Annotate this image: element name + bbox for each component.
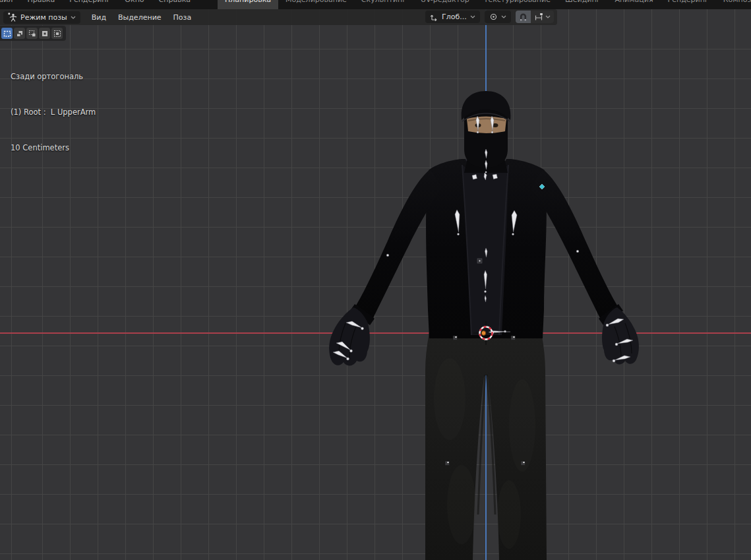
snap-toggle-button[interactable] <box>516 11 531 23</box>
scene-render <box>0 0 751 560</box>
chevron-down-icon <box>71 16 76 19</box>
character-model[interactable] <box>329 91 639 560</box>
grid-scale-label: 10 Centimeters <box>11 142 96 154</box>
select-mode-intersect-button[interactable] <box>51 28 63 39</box>
orientation-label: Глоб... <box>442 13 467 21</box>
select-mode-extend-button[interactable] <box>14 28 25 39</box>
tab-modeling[interactable]: Моделирование <box>278 0 354 9</box>
snap-increment-icon <box>534 13 543 22</box>
topbar: Файл Правка Рендеринг Окно Справка Плани… <box>0 0 751 9</box>
tab-compositing[interactable]: Композитинг <box>716 0 751 9</box>
blender-window: Файл Правка Рендеринг Окно Справка Плани… <box>0 0 751 560</box>
menu-edit[interactable]: Правка <box>20 0 62 9</box>
select-subtract-icon <box>28 30 36 38</box>
transform-controls: Глоб... <box>425 11 554 23</box>
orientation-dropdown[interactable]: Глоб... <box>425 11 480 23</box>
snap-target-dropdown[interactable] <box>531 11 554 23</box>
menu-view[interactable]: Вид <box>86 13 112 22</box>
menu-window[interactable]: Окно <box>117 0 151 9</box>
chevron-down-icon <box>470 15 475 18</box>
magnet-icon <box>518 12 528 22</box>
tab-shading[interactable]: Шейдинг <box>558 0 607 9</box>
select-mode-subtract-button[interactable] <box>26 28 38 39</box>
tab-texture-paint[interactable]: Текстурирование <box>477 0 558 9</box>
menu-help[interactable]: Справка <box>152 0 198 9</box>
mode-label: Режим позы <box>20 13 67 22</box>
viewport-overlay-text: Сзади ортогональ (1) Root : L UpperArm 1… <box>11 47 96 177</box>
select-mode-strip <box>0 26 66 41</box>
workspace-tabs: Планировка Моделирование Скульптинг UV-р… <box>218 0 751 9</box>
pivot-point-icon <box>489 13 498 21</box>
tab-layout[interactable]: Планировка <box>218 0 278 9</box>
chevron-down-icon <box>545 15 551 18</box>
object-origin-point <box>481 331 486 336</box>
pose-mode-icon <box>8 13 17 22</box>
tab-uv-editing[interactable]: UV-редактор <box>413 0 477 9</box>
transform-orientation-icon <box>430 13 438 21</box>
select-intersect-icon <box>53 30 61 38</box>
tab-sculpting[interactable]: Скульптинг <box>354 0 413 9</box>
chevron-down-icon <box>501 15 506 18</box>
tab-rendering[interactable]: Рендеринг <box>661 0 716 9</box>
view-name-label: Сзади ортогональ <box>11 71 96 82</box>
select-set-icon <box>3 30 11 38</box>
menu-file[interactable]: Файл <box>0 0 20 9</box>
tab-animation[interactable]: Анимация <box>607 0 660 9</box>
pivot-dropdown[interactable] <box>485 11 511 23</box>
select-extend-icon <box>16 30 24 38</box>
menu-select[interactable]: Выделение <box>112 13 167 22</box>
header-menus: Вид Выделение Поза <box>86 13 197 22</box>
mode-dropdown[interactable]: Режим позы <box>3 11 80 24</box>
select-mode-invert-button[interactable] <box>39 28 50 39</box>
active-object-label: (1) Root : L UpperArm <box>11 106 96 118</box>
menu-pose[interactable]: Поза <box>167 13 198 22</box>
snap-controls <box>516 11 554 23</box>
viewport-header: Режим позы Вид Выделение Поза Глоб... <box>0 9 557 25</box>
select-mode-set-button[interactable] <box>1 28 13 39</box>
select-invert-icon <box>41 30 49 38</box>
menu-render[interactable]: Рендеринг <box>62 0 117 9</box>
